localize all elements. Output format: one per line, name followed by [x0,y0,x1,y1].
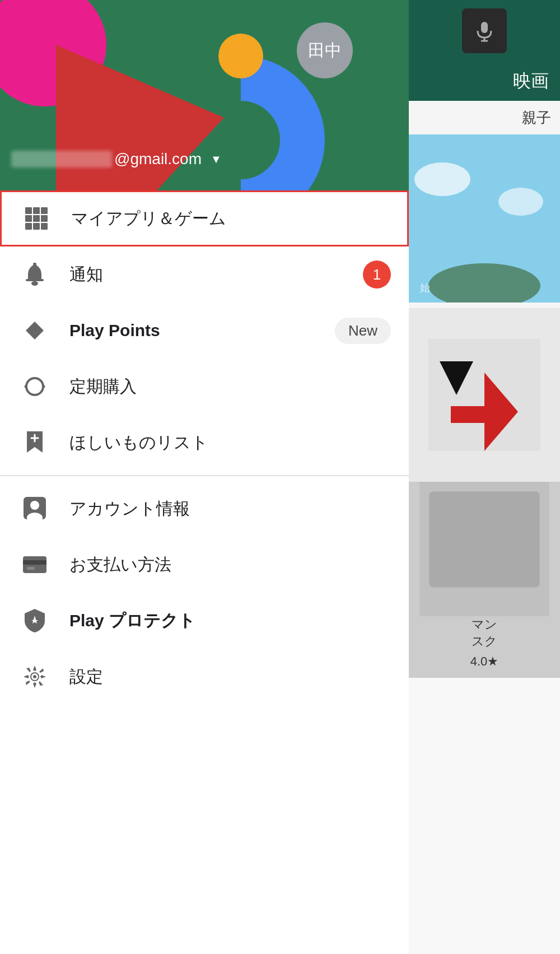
menu-item-notifications[interactable]: 通知 1 [0,246,409,303]
menu-item-subscriptions[interactable]: 定期購入 [0,359,409,415]
my-apps-label: マイアプリ＆ゲーム [71,207,389,230]
card-icon [18,548,52,581]
svg-rect-0 [481,22,488,33]
settings-label: 設定 [69,666,391,688]
drawer-menu: マイアプリ＆ゲーム 通知 1 Play Points New [0,190,409,705]
right-topbar [409,0,560,62]
menu-item-account[interactable]: アカウント情報 [0,481,409,537]
header-banner: 田中 @gmail.com ▼ [0,0,409,190]
svg-rect-12 [429,491,539,587]
play-protect-label: Play プロテクト [69,609,391,632]
oyako-text: 親子 [522,108,551,128]
apps-icon [20,202,53,235]
red-shape-decoration [56,45,224,190]
svg-rect-21 [41,223,48,230]
play-points-label: Play Points [69,321,335,340]
arrow-card[interactable] [409,308,560,482]
svg-rect-24 [33,263,36,266]
svg-rect-15 [41,207,48,214]
shield-icon [18,604,52,637]
svg-rect-14 [33,207,40,214]
mansku-card[interactable]: マンスク 4.0★ [409,482,560,678]
menu-item-wishlist[interactable]: ほしいものリスト [0,415,409,471]
notifications-label: 通知 [69,263,363,286]
oyako-section: 親子 [409,101,560,134]
menu-item-play-protect[interactable]: Play プロテクト [0,593,409,649]
svg-rect-16 [25,215,32,222]
avatar[interactable]: 田中 [297,22,353,78]
payment-label: お支払い方法 [69,553,391,576]
svg-point-36 [33,675,36,678]
svg-rect-13 [25,207,32,214]
svg-rect-22 [26,279,44,281]
svg-point-5 [498,188,543,216]
gear-icon [18,660,52,694]
svg-rect-19 [25,223,32,230]
svg-rect-31 [23,560,46,565]
dropdown-arrow-icon[interactable]: ▼ [211,153,222,166]
menu-item-play-points[interactable]: Play Points New [0,303,409,359]
mic-icon [473,20,496,42]
mansku-title: マンスク [472,616,497,650]
menu-item-settings[interactable]: 設定 [0,649,409,705]
movie-label-area: 映画 [409,62,560,101]
mic-button[interactable] [462,8,507,53]
account-label: アカウント情報 [69,497,391,520]
svg-rect-32 [27,567,35,570]
svg-rect-18 [41,215,48,222]
person-icon [18,492,52,525]
email-domain: @gmail.com [114,150,202,168]
arrow-card-art [428,339,540,451]
subscriptions-label: 定期購入 [69,375,391,398]
game-card[interactable]: 始 [409,134,560,303]
email-username-blurred [11,151,112,167]
svg-rect-17 [33,215,40,222]
movie-label-text: 映画 [513,69,549,94]
new-badge: New [335,318,391,344]
menu-item-my-apps[interactable]: マイアプリ＆ゲーム [0,190,409,246]
bookmark-icon [18,426,52,459]
svg-text:始: 始 [420,282,430,294]
menu-divider [0,475,409,476]
mansku-rating: 4.0★ [470,654,499,669]
svg-point-4 [414,162,470,196]
notification-badge: 1 [363,260,391,288]
svg-point-28 [30,501,39,510]
menu-item-payment[interactable]: お支払い方法 [0,537,409,593]
gold-dot-decoration [218,34,263,78]
diamond-icon [18,314,52,347]
email-area: @gmail.com ▼ [0,150,370,168]
game-card-art: 始 [409,134,560,303]
wishlist-label: ほしいものリスト [69,431,391,454]
mansku-art [409,482,560,616]
svg-point-23 [31,281,38,286]
refresh-icon [18,370,52,403]
bell-icon [18,258,52,291]
svg-rect-20 [33,223,40,230]
